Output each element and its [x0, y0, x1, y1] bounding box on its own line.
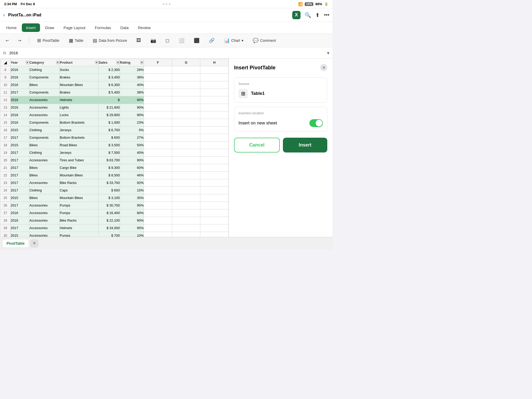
comment-button[interactable]: 💬 Comment — [250, 36, 278, 45]
scanner-button[interactable]: ⬛ — [191, 36, 202, 45]
cell-product[interactable]: Jerseys — [60, 149, 99, 157]
cell-category[interactable]: Clothing — [29, 127, 60, 134]
cell-product[interactable]: Pumps — [60, 209, 99, 217]
cell-product[interactable]: Mountain Bikes — [60, 81, 99, 89]
col-header-f[interactable]: F — [144, 59, 172, 66]
cell-year[interactable]: 2016 — [11, 119, 29, 127]
cell-product[interactable]: Cargo Bike — [60, 164, 99, 172]
cell-sales[interactable]: $ — [98, 96, 120, 104]
data-from-picture-button[interactable]: ▤ Data from Picture — [90, 36, 130, 45]
cell-product[interactable]: Bottom Brackets — [60, 134, 99, 142]
cell-rating[interactable]: 35% — [120, 194, 144, 202]
cell-product[interactable]: Bottom Brackets — [60, 119, 99, 127]
cell-rating[interactable]: 10% — [120, 232, 144, 237]
rating-filter-button[interactable]: ▾ — [140, 61, 144, 64]
cell-rating[interactable]: 95% — [120, 202, 144, 209]
cancel-button[interactable]: Cancel — [234, 138, 280, 152]
select-all-icon[interactable]: ◢ — [4, 61, 7, 65]
cell-sales[interactable]: $ 6,700 — [98, 127, 120, 134]
col-header-g[interactable]: G — [172, 59, 200, 66]
cell-sales[interactable]: $ 1,000 — [98, 119, 120, 127]
cell-product[interactable]: Bike Racks — [60, 217, 99, 224]
col-header-sales[interactable]: Sales ▾ — [98, 59, 120, 66]
add-sheet-button[interactable]: + — [30, 239, 38, 248]
pictures-button[interactable]: 🖼 — [134, 36, 144, 45]
cell-year[interactable]: 2017 — [11, 202, 29, 209]
cell-category[interactable]: Accessories — [29, 224, 60, 232]
formula-expand-icon[interactable]: ▾ — [327, 50, 329, 56]
textbox-button[interactable]: ⬜ — [176, 36, 187, 45]
cell-product[interactable]: Locks — [60, 111, 99, 119]
table-button[interactable]: ▦ Table — [66, 36, 86, 45]
cell-rating[interactable]: 28% — [120, 66, 144, 74]
cell-category[interactable]: Accessories — [29, 104, 60, 111]
cell-category[interactable]: Accessories — [29, 96, 60, 104]
cell-year[interactable]: 2017 — [11, 164, 29, 172]
cell-rating[interactable]: 27% — [120, 134, 144, 142]
cell-product[interactable]: Caps — [60, 187, 99, 194]
search-icon[interactable]: 🔍 — [305, 12, 311, 18]
cell-year[interactable]: 2015 — [11, 142, 29, 149]
cell-category[interactable]: Accessories — [29, 202, 60, 209]
product-filter-button[interactable]: ▾ — [95, 61, 98, 64]
cell-year[interactable]: 2017 — [11, 157, 29, 164]
cell-rating[interactable]: 92% — [120, 179, 144, 187]
col-header-product[interactable]: Product ▾ — [60, 59, 99, 66]
cell-product[interactable]: Socks — [60, 66, 99, 74]
cell-sales[interactable]: $ 6,300 — [98, 81, 120, 89]
cell-category[interactable]: Clothing — [29, 149, 60, 157]
cell-year[interactable]: 2016 — [11, 217, 29, 224]
cell-product[interactable]: Lights — [60, 104, 99, 111]
cell-product[interactable]: Tires and Tubes — [60, 157, 99, 164]
tab-review[interactable]: Review — [134, 23, 155, 32]
cell-category[interactable]: Bikes — [29, 81, 60, 89]
cell-year[interactable]: 2016 — [11, 81, 29, 89]
pivottable-button[interactable]: ⊞ PivotTable — [35, 36, 62, 45]
cell-year[interactable]: 2017 — [11, 172, 29, 179]
cell-product[interactable]: Mountain Bikes — [60, 194, 99, 202]
tab-data[interactable]: Data — [116, 23, 133, 32]
cell-category[interactable]: Bikes — [29, 172, 60, 179]
link-button[interactable]: 🔗 — [206, 36, 217, 45]
tab-draw[interactable]: Draw — [41, 23, 58, 32]
tab-formulas[interactable]: Formulas — [91, 23, 115, 32]
cell-product[interactable]: Road Bikes — [60, 142, 99, 149]
cell-sales[interactable]: $ 8,500 — [98, 172, 120, 179]
cell-sales[interactable]: $ 30,700 — [98, 202, 120, 209]
cell-year[interactable]: 2017 — [11, 134, 29, 142]
cell-category[interactable]: Components — [29, 74, 60, 81]
cell-rating[interactable]: 90% — [120, 111, 144, 119]
cell-sales[interactable]: $ 22,100 — [98, 217, 120, 224]
cell-product[interactable]: Mountain Bikes — [60, 172, 99, 179]
cell-sales[interactable]: $ 600 — [98, 134, 120, 142]
share-icon[interactable]: ⬆ — [315, 12, 320, 18]
cell-rating[interactable]: 90% — [120, 157, 144, 164]
cell-product[interactable]: Brakes — [60, 89, 99, 96]
cell-year[interactable]: 2016 — [11, 104, 29, 111]
cell-sales[interactable]: $ 7,500 — [98, 149, 120, 157]
more-icon[interactable]: ••• — [324, 12, 329, 18]
cell-category[interactable]: Components — [29, 134, 60, 142]
cell-sales[interactable]: $ 34,000 — [98, 224, 120, 232]
cell-rating[interactable]: 5% — [120, 127, 144, 134]
cell-year[interactable]: 2017 — [11, 89, 29, 96]
cell-rating[interactable]: 60% — [120, 164, 144, 172]
tab-insert[interactable]: Insert — [22, 23, 40, 32]
cell-sales[interactable]: $ 3,500 — [98, 142, 120, 149]
cell-sales[interactable]: $ 2,300 — [98, 66, 120, 74]
cell-sales[interactable]: $ 29,800 — [98, 111, 120, 119]
cell-year[interactable]: 2016 — [11, 209, 29, 217]
cell-year[interactable]: 2017 — [11, 179, 29, 187]
insert-button[interactable]: Insert — [283, 138, 328, 152]
cell-sales[interactable]: $ 5,400 — [98, 89, 120, 96]
cell-category[interactable]: Accessories — [29, 111, 60, 119]
cell-category[interactable]: Accessories — [29, 209, 60, 217]
cell-rating[interactable]: 40% — [120, 149, 144, 157]
cell-category[interactable]: Components — [29, 89, 60, 96]
cell-category[interactable]: Accessories — [29, 232, 60, 237]
cell-category[interactable]: Components — [29, 119, 60, 127]
cell-year[interactable]: 2015 — [11, 232, 29, 237]
chart-button[interactable]: 📊 Chart ▾ — [221, 36, 246, 45]
cell-category[interactable]: Accessories — [29, 179, 60, 187]
cell-sales[interactable]: $ 33,700 — [98, 179, 120, 187]
